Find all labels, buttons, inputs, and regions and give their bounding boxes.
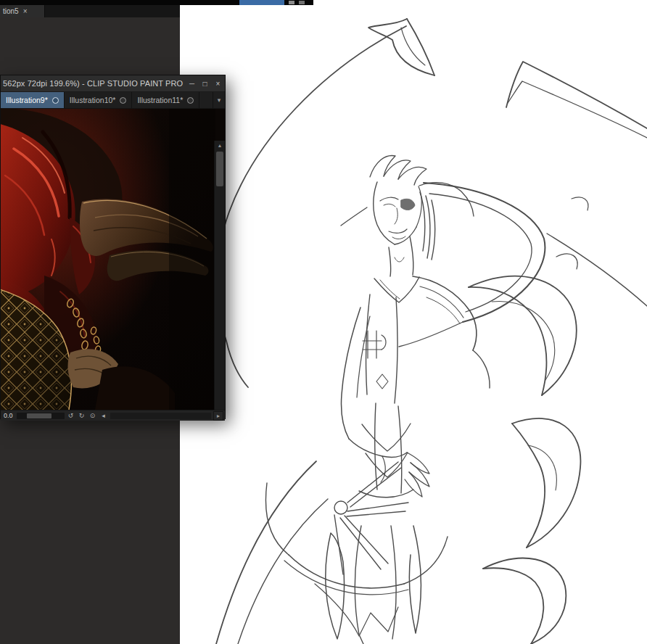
tab-modified-dot[interactable] xyxy=(120,97,126,104)
chevron-down-icon: ▾ xyxy=(218,96,221,104)
horizontal-scroll-track[interactable] xyxy=(110,413,211,419)
rotate-right-icon: ↻ xyxy=(79,412,85,419)
document-tab-label: tion5 xyxy=(3,7,19,15)
illustration-tabbar: Illustration9* Illustration10* Illustrat… xyxy=(1,92,225,109)
minimize-icon: ─ xyxy=(189,80,194,88)
top-sliver-icon xyxy=(289,1,294,4)
tab-illustration11[interactable]: Illustration11* xyxy=(132,92,199,108)
main-canvas[interactable] xyxy=(180,5,647,644)
artwork-preview xyxy=(1,109,215,410)
tab-overflow-button[interactable]: ▾ xyxy=(213,92,225,108)
tab-modified-dot[interactable] xyxy=(187,97,194,104)
window-titlebar[interactable]: 562px 72dpi 199.6%) - CLIP STUDIO PAINT … xyxy=(1,75,225,92)
document-tabstrip: tion5 × xyxy=(0,5,180,17)
tab-label: Illustration10* xyxy=(70,96,116,104)
vertical-scrollbar[interactable]: ▲ ▼ xyxy=(214,141,225,410)
close-button[interactable]: × xyxy=(212,77,224,90)
rotation-slider-handle[interactable] xyxy=(27,413,51,418)
clip-studio-window[interactable]: 562px 72dpi 199.6%) - CLIP STUDIO PAINT … xyxy=(0,75,226,419)
minimize-button[interactable]: ─ xyxy=(186,77,198,90)
reset-view-button[interactable]: ⊙ xyxy=(88,411,97,421)
rotate-right-button[interactable]: ↻ xyxy=(78,411,86,421)
rotate-left-button[interactable]: ↺ xyxy=(67,411,75,421)
scroll-up-icon: ▲ xyxy=(218,143,223,148)
vertical-scroll-handle[interactable] xyxy=(216,152,223,186)
document-tab[interactable]: tion5 × xyxy=(0,5,45,17)
maximize-button[interactable]: □ xyxy=(199,77,211,90)
tab-label: Illustration11* xyxy=(137,96,183,104)
top-sliver-icon xyxy=(299,1,305,4)
sketch-lineart xyxy=(180,17,647,644)
tab-illustration10[interactable]: Illustration10* xyxy=(65,92,133,108)
close-icon: × xyxy=(216,80,221,88)
reset-view-icon: ⊙ xyxy=(90,412,96,419)
scroll-right-button[interactable]: ▸ xyxy=(213,411,223,421)
scroll-right-icon: ▸ xyxy=(217,413,220,419)
scroll-up-button[interactable]: ▲ xyxy=(215,141,225,150)
scroll-left-button[interactable]: ◂ xyxy=(99,411,108,421)
artwork-viewport[interactable]: ▲ ▼ xyxy=(1,109,225,410)
scroll-left-icon: ◂ xyxy=(102,412,105,419)
rotation-value: 0.0 xyxy=(2,412,15,419)
maximize-icon: □ xyxy=(202,80,207,88)
tab-illustration9[interactable]: Illustration9* xyxy=(1,92,65,108)
rotation-slider[interactable] xyxy=(17,413,65,419)
tab-close-icon[interactable]: × xyxy=(23,8,28,15)
rotate-left-icon: ↺ xyxy=(68,412,74,419)
tab-modified-dot[interactable] xyxy=(52,97,59,104)
top-sliver-blue-fragment xyxy=(239,0,284,5)
canvas-navigation-bar: 0.0 ↺ ↻ ⊙ ◂ ▸ xyxy=(1,410,225,421)
window-title: 562px 72dpi 199.6%) - CLIP STUDIO PAINT … xyxy=(3,79,183,88)
tab-label: Illustration9* xyxy=(6,96,48,104)
